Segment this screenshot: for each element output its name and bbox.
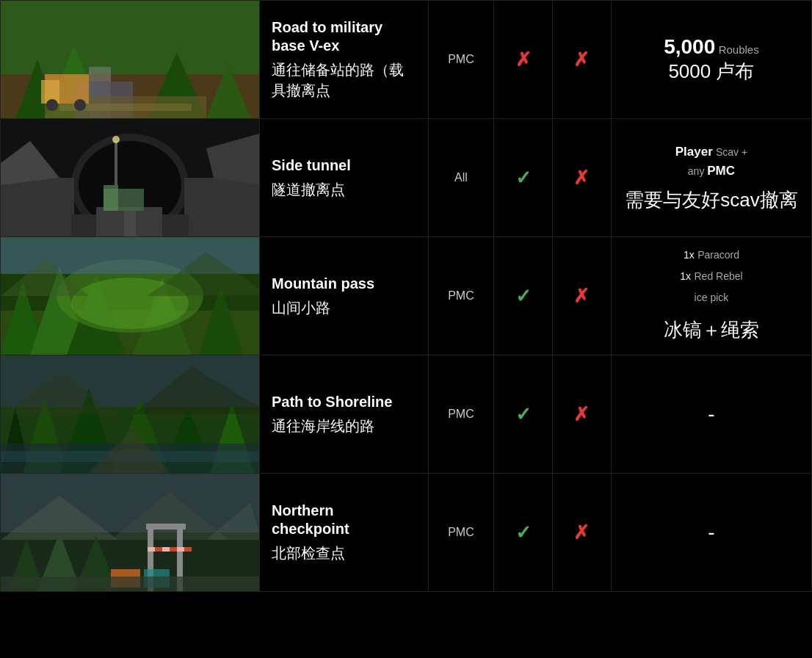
req-cell-1: 5,000 Roubles 5000 卢布	[611, 1, 811, 119]
location-image-5	[1, 474, 260, 592]
faction-cell-1: PMC	[428, 1, 494, 119]
check2-cell-4: ✗	[553, 355, 612, 474]
check1-icon-4: ✓	[515, 403, 532, 425]
location-name-en-3: Mountain pass	[272, 275, 416, 293]
location-name-cell-4: Path to Shoreline 通往海岸线的路	[260, 355, 429, 474]
check1-cell-5: ✓	[494, 474, 553, 592]
location-name-zh-3: 山间小路	[272, 297, 416, 318]
check2-icon-5: ✗	[573, 521, 590, 543]
req-en-line1-2: Player Scav +	[623, 142, 800, 162]
check1-icon-2: ✓	[515, 167, 532, 189]
check1-icon-1: ✗	[515, 48, 532, 70]
svg-rect-66	[162, 547, 170, 552]
check2-cell-2: ✗	[553, 119, 612, 237]
req-cell-2: Player Scav + any PMC 需要与友好scav撤离	[611, 119, 811, 237]
check1-cell-3: ✓	[494, 237, 553, 355]
faction-label-3: PMC	[448, 289, 474, 302]
main-table: Road to military base V-ex 通往储备站的路（载具撤离点…	[0, 0, 812, 592]
location-name-cell-2: Side tunnel 隧道撤离点	[260, 119, 429, 237]
location-name-cell-5: Northern checkpoint 北部检查点	[260, 474, 429, 592]
location-image-4	[1, 355, 260, 474]
table-row: Side tunnel 隧道撤离点 All ✓ ✗ Player Scav + …	[1, 119, 812, 237]
req-cell-5: -	[611, 474, 811, 592]
req-dash-4: -	[708, 402, 714, 425]
location-name-zh-1: 通往储备站的路（载具撤离点	[272, 59, 416, 101]
svg-rect-63	[146, 524, 186, 529]
location-name-zh-2: 隧道撤离点	[272, 179, 416, 200]
req-number-1: 5,000	[664, 35, 715, 58]
check2-cell-1: ✗	[553, 1, 612, 119]
req-en-line2-2: any PMC	[623, 162, 800, 181]
check1-cell-4: ✓	[494, 355, 553, 474]
check1-icon-5: ✓	[515, 521, 532, 543]
location-name-zh-4: 通往海岸线的路	[272, 416, 416, 436]
req-en1-3: 1x Paracord	[623, 245, 800, 266]
faction-cell-3: PMC	[428, 237, 494, 355]
svg-rect-18	[184, 178, 259, 236]
table-row: Road to military base V-ex 通往储备站的路（载具撤离点…	[1, 1, 812, 119]
req-cell-4: -	[611, 355, 811, 474]
svg-rect-65	[148, 547, 155, 552]
req-zh-1: 5000 卢布	[668, 60, 754, 82]
location-image-3	[1, 237, 260, 355]
location-name-en-5: Northern checkpoint	[272, 502, 416, 538]
check2-icon-3: ✗	[573, 285, 590, 307]
req-cell-3: 1x Paracord 1x Red Rebel ice pick 冰镐＋绳索	[611, 237, 811, 355]
svg-point-12	[46, 99, 58, 111]
svg-rect-70	[1, 576, 259, 591]
svg-rect-67	[177, 547, 184, 552]
req-zh-3: 冰镐＋绳索	[623, 313, 800, 347]
location-name-en-2: Side tunnel	[272, 156, 416, 175]
svg-point-25	[112, 136, 120, 143]
check1-cell-1: ✗	[494, 1, 553, 119]
table-row: Northern checkpoint 北部检查点 PMC ✓ ✗ -	[1, 474, 812, 592]
faction-cell-5: PMC	[428, 474, 494, 592]
check2-cell-5: ✗	[553, 474, 612, 592]
svg-point-13	[74, 99, 86, 111]
req-en2-3: 1x Red Rebel	[623, 266, 800, 287]
location-image-2	[1, 119, 260, 237]
location-name-zh-5: 北部检查点	[272, 543, 416, 563]
check1-cell-2: ✓	[494, 119, 553, 237]
req-en3-3: ice pick	[623, 287, 800, 308]
req-dash-5: -	[708, 521, 714, 543]
table-row: Path to Shoreline 通往海岸线的路 PMC ✓ ✗ -	[1, 355, 812, 474]
check2-icon-4: ✗	[573, 403, 590, 425]
location-name-cell-1: Road to military base V-ex 通往储备站的路（载具撤离点	[260, 1, 429, 119]
location-name-en-4: Path to Shoreline	[272, 393, 416, 411]
faction-label-5: PMC	[448, 526, 474, 538]
faction-cell-2: All	[428, 119, 494, 237]
location-name-en-1: Road to military base V-ex	[272, 18, 416, 55]
svg-rect-24	[115, 141, 117, 185]
table-row: Mountain pass 山间小路 PMC ✓ ✗ 1x Paracord 1…	[1, 237, 812, 355]
req-zh-2: 需要与友好scav撤离	[623, 187, 800, 213]
check2-icon-1: ✗	[573, 48, 590, 70]
check2-cell-3: ✗	[553, 237, 612, 355]
faction-cell-4: PMC	[428, 355, 494, 474]
svg-rect-21	[124, 207, 136, 236]
faction-label-4: PMC	[448, 408, 474, 420]
faction-label-1: PMC	[448, 53, 474, 65]
location-image-1	[1, 1, 260, 119]
check1-icon-3: ✓	[515, 285, 532, 307]
svg-rect-17	[1, 178, 74, 236]
req-label-1: Roubles	[719, 43, 759, 56]
faction-label-2: All	[454, 171, 468, 184]
svg-rect-27	[104, 185, 118, 211]
location-name-cell-3: Mountain pass 山间小路	[260, 237, 429, 355]
check2-icon-2: ✗	[573, 167, 590, 189]
